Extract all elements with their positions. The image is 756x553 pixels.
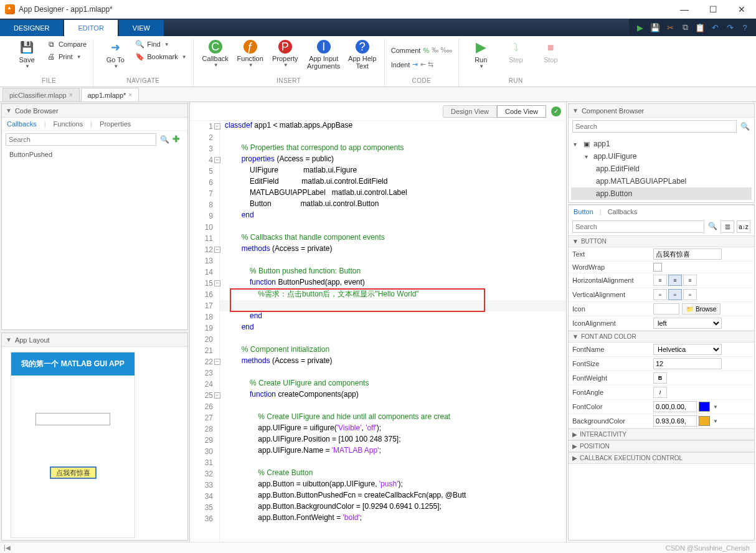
tree-node-editfield[interactable]: app.EditField (571, 163, 752, 175)
cb-tab-callbacks[interactable]: Callbacks (7, 120, 37, 128)
panel-title: Code Browser (15, 107, 59, 115)
code-browser-search[interactable] (6, 133, 156, 146)
collapse-icon[interactable]: ▼ (6, 336, 12, 343)
step-icon: ⤵ (508, 40, 523, 55)
ribbon-group-run: ▶Run▼ ⤵Step ■Stop RUN (459, 39, 572, 87)
stop-button[interactable]: ■Stop (534, 39, 567, 76)
close-button[interactable]: ✕ (727, 0, 756, 19)
fontcolor-swatch[interactable] (699, 402, 710, 412)
prop-text[interactable] (653, 248, 722, 260)
stop-icon: ■ (543, 40, 558, 55)
group-view-button[interactable]: ☰ (721, 220, 734, 233)
mock-button: 点我有惊喜 (50, 466, 97, 479)
prop-iconalign[interactable]: left (653, 318, 722, 329)
cb-tab-functions[interactable]: Functions (54, 120, 83, 128)
find-icon: 🔍 (135, 39, 144, 49)
close-icon[interactable]: × (69, 92, 73, 98)
find-button[interactable]: 🔍Find▼ (133, 39, 187, 50)
inspector-tab-button[interactable]: Button (574, 208, 593, 215)
sort-button[interactable]: a↓z (737, 220, 750, 233)
cb-tab-properties[interactable]: Properties (100, 120, 131, 128)
tab-editor[interactable]: EDITOR (64, 20, 117, 36)
minimize-button[interactable]: — (670, 0, 699, 19)
paste-icon[interactable]: 📋 (695, 22, 705, 32)
search-icon[interactable]: 🔍 (159, 134, 170, 145)
appinput-button[interactable]: IApp Input Arguments (303, 39, 344, 76)
callback-list-item[interactable]: ButtonPushed (2, 148, 187, 161)
design-view-button[interactable]: Design View (443, 105, 497, 118)
redo-icon[interactable]: ↷ (725, 22, 735, 32)
run-button[interactable]: ▶Run▼ (464, 39, 498, 76)
prop-fontname[interactable]: Helvetica (653, 344, 722, 355)
bookmark-button[interactable]: 🔖Bookmark▼ (133, 51, 187, 62)
code-editor[interactable]: 1−234−56789101112−131415−16171819202122−… (190, 121, 566, 542)
collapse-icon[interactable]: ▼ (6, 107, 12, 114)
code-area[interactable]: classdef app1 < matlab.apps.AppBase % Pr… (220, 121, 566, 542)
mock-app-preview[interactable]: 我的第一个 MATLAB GUI APP 点我有惊喜 (11, 352, 135, 538)
file-tab-picclassifier[interactable]: picClassifier.mlapp× (2, 88, 80, 102)
prop-fontsize[interactable] (653, 358, 722, 369)
callback-button[interactable]: CCallback▼ (199, 39, 232, 76)
app-icon (5, 4, 15, 14)
close-icon[interactable]: × (128, 92, 132, 98)
dropdown-icon[interactable]: ▼ (713, 404, 718, 410)
save-icon: 💾 (19, 40, 34, 55)
print-button[interactable]: 🖨Print▼ (45, 51, 88, 62)
file-tab-app1[interactable]: app1.mlapp*× (81, 88, 139, 102)
prop-fontcolor[interactable] (653, 401, 697, 412)
section-font[interactable]: ▼FONT AND COLOR (569, 331, 754, 343)
dropdown-icon[interactable]: ▼ (713, 418, 718, 424)
tree-node-label[interactable]: app.MATLABGUIAPPLabel (571, 175, 752, 187)
prop-fontweight[interactable]: B (653, 372, 667, 384)
run-icon[interactable]: ▶ (635, 22, 645, 32)
section-callback-exec[interactable]: ▶CALLBACK EXECUTION CONTROL (569, 452, 754, 464)
title-bar: App Designer - app1.mlapp* — ☐ ✕ (0, 0, 756, 19)
cut-icon[interactable]: ✂ (665, 22, 675, 32)
function-button[interactable]: ƒFunction▼ (234, 39, 267, 76)
property-button[interactable]: PProperty▼ (268, 39, 302, 76)
panel-title: Component Browser (582, 107, 644, 115)
browse-button[interactable]: 📁Browse (682, 303, 721, 314)
copy-icon[interactable]: ⧉ (680, 22, 690, 32)
collapse-icon[interactable]: ▼ (572, 107, 579, 114)
section-interactivity[interactable]: ▶INTERACTIVITY (569, 428, 754, 440)
ribbon-group-file: 💾Save▼ ⧉Compare 🖨Print▼ FILE (5, 39, 93, 87)
watermark: CSDN @Sunshine_Cherish (666, 544, 750, 552)
scroll-left-icon[interactable]: |◀ (4, 544, 11, 551)
tree-node-app[interactable]: ▾▣app1 (571, 138, 752, 150)
prop-bgcolor[interactable] (653, 415, 697, 427)
app-layout-canvas: 我的第一个 MATLAB GUI APP 点我有惊喜 (2, 347, 187, 540)
goto-button[interactable]: ➜Go To▼ (98, 39, 132, 76)
halign-buttons[interactable]: ≡≡≡ (653, 275, 750, 286)
inspector-tab-callbacks[interactable]: Callbacks (608, 208, 638, 215)
tree-node-button[interactable]: app.Button (571, 187, 752, 200)
indent-button[interactable]: Indent ⇥ ⇤ ⇆ (390, 60, 454, 69)
bgcolor-swatch[interactable] (699, 416, 710, 426)
valign-buttons[interactable]: === (653, 289, 750, 300)
prop-wordwrap[interactable] (653, 263, 662, 272)
section-position[interactable]: ▶POSITION (569, 440, 754, 452)
help-icon[interactable]: ? (740, 22, 750, 32)
maximize-button[interactable]: ☐ (699, 0, 727, 19)
tree-node-uifigure[interactable]: ▾app.UIFigure (571, 150, 752, 163)
section-button[interactable]: ▼BUTTON (569, 235, 754, 247)
prop-fontangle[interactable]: I (653, 387, 667, 398)
add-callback-button[interactable]: ✚ (172, 134, 184, 145)
tab-designer[interactable]: DESIGNER (0, 20, 63, 36)
inspector-panel: Button| Callbacks 🔍 ☰ a↓z ▼BUTTON Text W… (568, 204, 755, 541)
search-icon[interactable]: 🔍 (707, 220, 718, 232)
tab-view[interactable]: VIEW (119, 20, 164, 36)
prop-icon[interactable] (653, 303, 679, 314)
comment-button[interactable]: Comment % ‰ ‱ (390, 45, 454, 55)
search-icon[interactable]: 🔍 (739, 121, 750, 132)
save-icon[interactable]: 💾 (650, 22, 660, 32)
component-search[interactable] (572, 120, 737, 133)
save-button[interactable]: 💾Save▼ (10, 39, 44, 76)
window-title: App Designer - app1.mlapp* (19, 5, 670, 14)
apphelp-button[interactable]: ?App Help Text (346, 39, 379, 76)
compare-button[interactable]: ⧉Compare (45, 39, 88, 50)
inspector-search[interactable] (572, 220, 704, 233)
code-view-button[interactable]: Code View (497, 105, 546, 118)
step-button[interactable]: ⤵Step (499, 39, 532, 76)
undo-icon[interactable]: ↶ (710, 22, 720, 32)
